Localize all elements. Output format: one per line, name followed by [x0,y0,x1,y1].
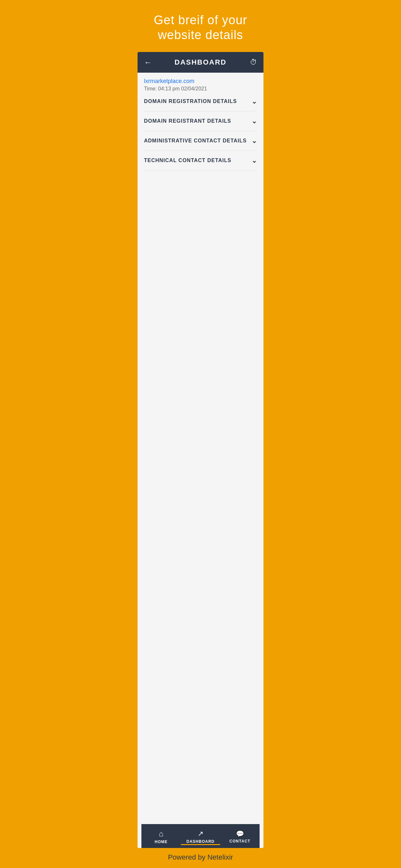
dashboard-title: DASHBOARD [157,58,244,66]
bottom-navigation: ⌂ HOME ↗ DASHBOARD 💬 CONTACT [142,824,259,848]
chevron-administrative-contact-icon: ⌄ [251,137,257,145]
header-title: Get breif of your website details [143,13,258,42]
section-domain-registration[interactable]: DOMAIN REGISTRATION DETAILS ⌄ [144,92,257,112]
header-banner: Get breif of your website details [134,0,267,52]
section-administrative-contact[interactable]: ADMINISTRATIVE CONTACT DETAILS ⌄ [144,131,257,151]
nav-contact[interactable]: 💬 CONTACT [220,829,259,845]
card-header: ← DASHBOARD ⏱ [137,52,264,73]
clock-icon[interactable]: ⏱ [244,58,257,66]
domain-link[interactable]: lxrmarketplace.com [144,78,257,85]
home-icon: ⌂ [159,829,164,838]
footer-text: Powered by Netelixir [168,853,233,861]
section-domain-registrant-label: DOMAIN REGISTRANT DETAILS [144,118,231,124]
section-technical-contact[interactable]: TECHNICAL CONTACT DETAILS ⌄ [144,151,257,170]
domain-timestamp: Time: 04:13 pm 02/04/2021 [144,86,207,91]
main-card: ← DASHBOARD ⏱ lxrmarketplace.com Time: 0… [137,52,264,848]
header-title-line1: Get breif of your [154,13,247,27]
card-body: lxrmarketplace.com Time: 04:13 pm 02/04/… [137,73,264,824]
nav-dashboard-label: DASHBOARD [187,839,215,844]
nav-contact-label: CONTACT [229,839,251,843]
nav-home-label: HOME [155,840,167,844]
section-administrative-contact-label: ADMINISTRATIVE CONTACT DETAILS [144,138,247,144]
section-domain-registration-label: DOMAIN REGISTRATION DETAILS [144,98,237,104]
chevron-domain-registration-icon: ⌄ [251,97,257,105]
chevron-technical-contact-icon: ⌄ [251,157,257,164]
contact-icon: 💬 [236,830,244,838]
dashboard-nav-icon: ↗ [197,830,204,838]
header-title-line2: website details [158,28,243,42]
section-domain-registrant[interactable]: DOMAIN REGISTRANT DETAILS ⌄ [144,112,257,131]
back-button[interactable]: ← [144,58,157,67]
footer: Powered by Netelixir [134,848,267,868]
content-spacer [144,170,257,268]
chevron-domain-registrant-icon: ⌄ [251,117,257,125]
nav-dashboard[interactable]: ↗ DASHBOARD [181,828,220,845]
section-technical-contact-label: TECHNICAL CONTACT DETAILS [144,158,231,163]
nav-home[interactable]: ⌂ HOME [142,828,181,845]
